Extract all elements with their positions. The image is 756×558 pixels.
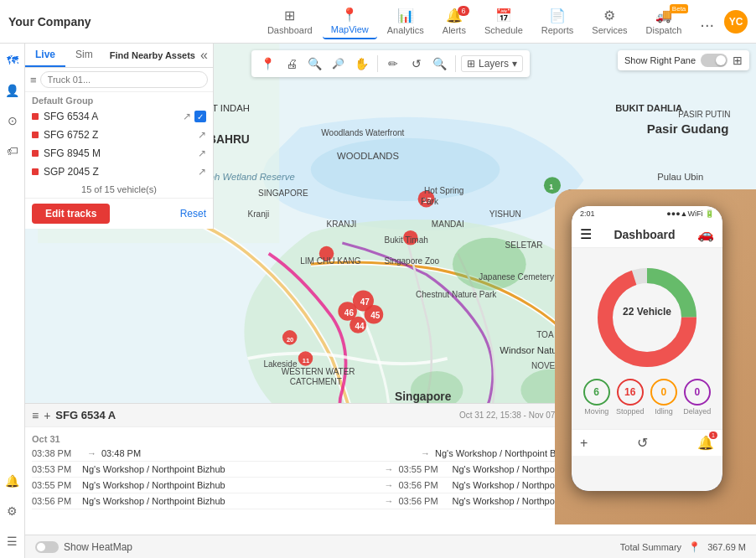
right-pane-switch[interactable] xyxy=(701,54,728,67)
idling-circle: 0 xyxy=(650,379,677,406)
tool-refresh[interactable]: ↺ xyxy=(406,54,427,74)
heatmap-switch[interactable] xyxy=(35,541,59,553)
vehicle-item-3[interactable]: SFG 8945 M ↗ xyxy=(25,144,213,163)
nav-alerts[interactable]: 6 🔔 Alerts xyxy=(434,4,474,39)
phone-menu-icon[interactable]: ☰ xyxy=(580,226,592,242)
phone-screen: 2:01 ●●●▲WiFi 🔋 ☰ Dashboard 🚗 xyxy=(572,206,722,491)
tool-print[interactable]: 🖨 xyxy=(282,54,302,74)
add-icon[interactable]: + xyxy=(44,409,50,422)
nav-schedule[interactable]: 📅 Schedule xyxy=(476,4,531,39)
svg-text:Park: Park xyxy=(421,197,439,206)
bottom-footer: Show HeatMap Total Summary 📍 367.69 M xyxy=(25,535,756,558)
mapview-icon: 📍 xyxy=(341,7,358,23)
donut-chart-container: 22 Vehicle xyxy=(580,263,714,372)
share-icon-4[interactable]: ↗ xyxy=(198,166,206,178)
vehicle-item-4[interactable]: SGP 2045 Z ↗ xyxy=(25,163,213,181)
filter-icon[interactable]: ≡ xyxy=(30,74,37,86)
sidebar-person-icon[interactable]: 👤 xyxy=(3,80,23,101)
share-icon-1[interactable]: ↗ xyxy=(183,111,191,122)
phone-add-icon[interactable]: + xyxy=(580,436,588,451)
svg-text:1: 1 xyxy=(549,183,553,191)
phone-notification-icon[interactable]: 🔔 1 xyxy=(697,435,714,451)
sidebar-map-icon[interactable]: 🗺 xyxy=(3,50,23,70)
nearby-label: Find Nearby Assets xyxy=(110,50,197,60)
nav-schedule-label: Schedule xyxy=(484,25,523,35)
vehicle-checkbox-1[interactable]: ✓ xyxy=(194,111,206,122)
stats-row: 6 Moving 16 Stopped xyxy=(580,379,714,416)
alerts-badge: 6 xyxy=(458,6,469,16)
svg-text:45: 45 xyxy=(370,311,381,320)
share-icon-2[interactable]: ↗ xyxy=(198,129,206,141)
tool-zoom-in[interactable]: 🔍 xyxy=(305,54,325,74)
services-icon: ⚙ xyxy=(603,8,615,23)
phone-notif-badge: 1 xyxy=(709,431,717,439)
nav-services-label: Services xyxy=(592,25,627,35)
nav-mapview[interactable]: 📍 MapView xyxy=(323,3,377,39)
layers-label: Layers xyxy=(479,58,509,70)
track-end-time-4: 03:56 PM xyxy=(399,496,449,506)
tab-live[interactable]: Live xyxy=(25,44,65,67)
nav-dispatch[interactable]: Beta 🚚 Dispatch xyxy=(638,4,691,39)
donut-chart: 22 Vehicle xyxy=(593,263,702,372)
nav-analytics-label: Analytics xyxy=(387,25,424,35)
grid-icon[interactable]: ⊞ xyxy=(733,54,743,67)
track-arrow-1: → xyxy=(87,448,96,458)
top-navigation: Your Company ⊞ Dashboard 📍 MapView 📊 Ana… xyxy=(0,0,756,44)
nav-mapview-label: MapView xyxy=(331,24,369,34)
list-icon[interactable]: ≡ xyxy=(32,409,39,422)
tab-sim[interactable]: Sim xyxy=(65,44,103,67)
nav-analytics[interactable]: 📊 Analytics xyxy=(379,4,432,39)
layers-icon: ⊞ xyxy=(467,58,475,70)
heatmap-toggle[interactable]: Show HeatMap xyxy=(35,541,132,553)
nav-services[interactable]: ⚙ Services xyxy=(583,4,635,39)
main-container: 🗺 👤 ⊙ 🏷 🔔 ⚙ ☰ xyxy=(0,44,756,558)
tool-pan[interactable]: ✋ xyxy=(352,54,372,74)
phone-refresh-icon[interactable]: ↺ xyxy=(637,435,648,451)
collapse-panel-btn[interactable]: « xyxy=(200,48,208,63)
vehicle-name-3: SFG 8945 M xyxy=(44,147,198,159)
nav-more[interactable]: ... xyxy=(691,12,722,31)
sidebar-tag-icon[interactable]: 🏷 xyxy=(3,141,23,161)
tool-pin[interactable]: 📍 xyxy=(258,54,278,74)
layers-chevron: ▾ xyxy=(512,58,517,70)
svg-text:Pulau Ubin: Pulau Ubin xyxy=(657,172,703,182)
tool-search[interactable]: 🔍 xyxy=(430,54,450,74)
share-icon-3[interactable]: ↗ xyxy=(198,147,206,159)
phone-title: Dashboard xyxy=(614,228,675,241)
sidebar-circle-icon[interactable]: ⊙ xyxy=(3,111,23,131)
svg-text:Bukit Timah: Bukit Timah xyxy=(384,235,427,245)
edit-tracks-button[interactable]: Edit tracks xyxy=(32,204,110,224)
nav-reports-label: Reports xyxy=(541,25,574,35)
svg-text:BUKIT DAHLIA: BUKIT DAHLIA xyxy=(615,103,682,113)
user-avatar[interactable]: YC xyxy=(724,10,748,34)
svg-text:20: 20 xyxy=(287,336,293,344)
heatmap-label: Show HeatMap xyxy=(64,541,132,553)
track-start-time-3: 03:55 PM xyxy=(32,480,82,490)
beta-badge: Beta xyxy=(670,4,688,13)
svg-text:44: 44 xyxy=(355,322,365,331)
map-area[interactable]: Sungei Buloh Wetland Reserve Singapore W… xyxy=(25,44,756,558)
sidebar-list-icon[interactable]: ☰ xyxy=(3,531,23,551)
vehicle-dot-2 xyxy=(32,132,39,138)
track-from-loc-3: Ng's Workshop / Northpoint Bizhub xyxy=(82,480,380,490)
tool-zoom-out[interactable]: 🔎 xyxy=(329,54,349,74)
layers-button[interactable]: ⊞ Layers ▾ xyxy=(461,55,523,72)
svg-text:Singapore: Singapore xyxy=(395,390,452,403)
svg-text:Woodlands Waterfront: Woodlands Waterfront xyxy=(321,128,404,137)
svg-text:47: 47 xyxy=(360,297,370,307)
svg-text:Hot Spring: Hot Spring xyxy=(424,186,463,195)
sidebar-bell-icon[interactable]: 🔔 xyxy=(3,471,23,491)
nav-dashboard[interactable]: ⊞ Dashboard xyxy=(259,4,321,39)
tool-draw[interactable]: ✏ xyxy=(383,54,403,74)
svg-text:46: 46 xyxy=(344,308,355,318)
stat-idling: 0 Idling xyxy=(650,379,677,416)
panel-footer: Edit tracks Reset xyxy=(25,198,213,229)
sidebar-gear-icon[interactable]: ⚙ xyxy=(3,501,23,521)
reset-link[interactable]: Reset xyxy=(180,208,206,220)
delayed-label: Delayed xyxy=(683,407,711,416)
nav-reports[interactable]: 📄 Reports xyxy=(533,4,583,39)
vehicle-search-input[interactable] xyxy=(40,71,208,88)
vehicle-item-1[interactable]: SFG 6534 A ↗ ✓ xyxy=(25,107,213,126)
vehicle-item-2[interactable]: SFG 6752 Z ↗ xyxy=(25,126,213,144)
schedule-icon: 📅 xyxy=(495,8,512,23)
